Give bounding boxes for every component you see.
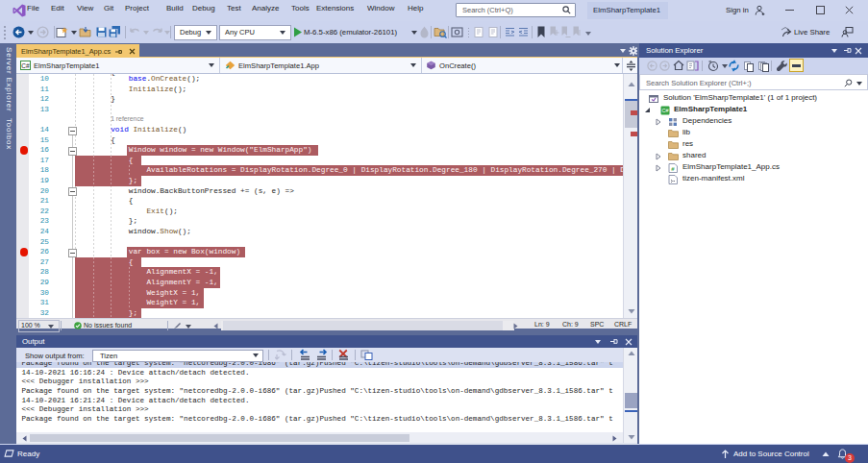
- svg-text:C#: C#: [661, 108, 669, 113]
- svg-text:C#: C#: [21, 62, 30, 69]
